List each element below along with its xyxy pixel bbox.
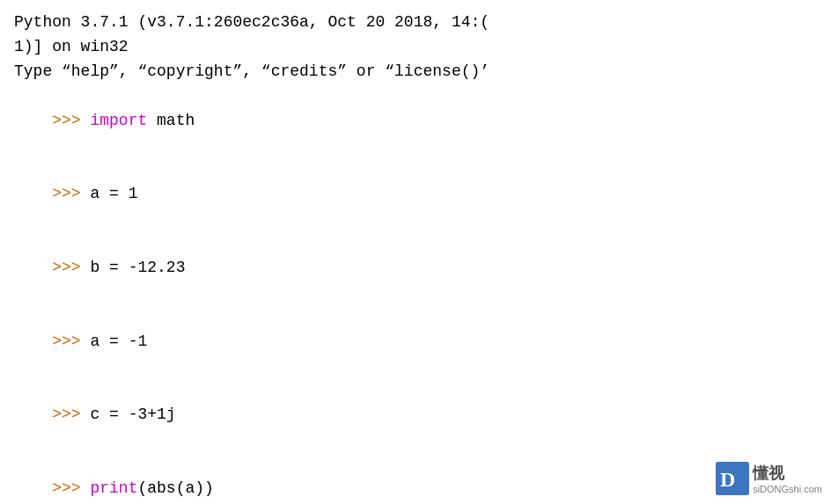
watermark-brand: 懂视 xyxy=(753,463,822,484)
info-line-2: 1)] on win32 xyxy=(14,35,817,60)
cmd-import-math: >>> import math xyxy=(14,84,817,158)
info-line-1: Python 3.7.1 (v3.7.1:260ec2c36a, Oct 20 … xyxy=(14,11,817,35)
cmd-b-neg12: >>> b = -12.23 xyxy=(14,231,817,305)
svg-text:D: D xyxy=(720,468,735,491)
watermark-site: siDONGshi.com xyxy=(753,484,822,494)
watermark-info: 懂视 siDONGshi.com xyxy=(753,463,822,494)
cmd-print-abs-a: >>> print(abs(a)) xyxy=(14,452,817,504)
cmd-a-neg1: >>> a = -1 xyxy=(14,305,817,379)
terminal-window: Python 3.7.1 (v3.7.1:260ec2c36a, Oct 20 … xyxy=(0,0,831,504)
watermark: D 懂视 siDONGshi.com xyxy=(716,462,822,495)
cmd-c-complex: >>> c = -3+1j xyxy=(14,378,817,452)
info-line-3: Type “help”, “copyright”, “credits” or “… xyxy=(14,60,817,84)
cmd-a-1: >>> a = 1 xyxy=(14,157,817,231)
watermark-logo: D xyxy=(716,462,749,495)
